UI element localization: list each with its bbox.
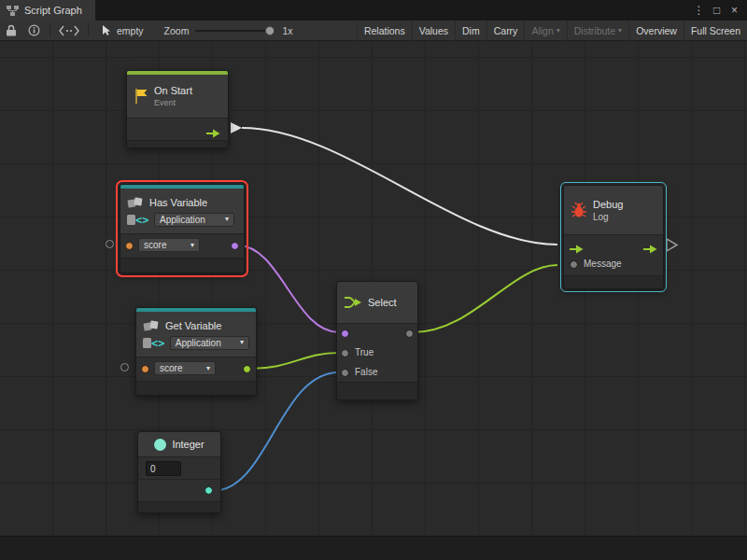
maximize-icon[interactable]: □ <box>709 0 725 21</box>
zoom-slider-knob[interactable] <box>265 26 275 35</box>
titlebar: Script Graph ⋮ □ × <box>0 0 747 21</box>
lock-icon[interactable] <box>0 21 22 41</box>
dim-button[interactable]: Dim <box>455 21 486 41</box>
graph-toolbar: empty Zoom 1x Relations Values Dim Carry… <box>0 21 747 41</box>
node-select[interactable]: Select True False <box>336 281 418 400</box>
relations-button[interactable]: Relations <box>357 21 412 41</box>
flow-continue-triangle[interactable] <box>667 239 677 251</box>
node-title: Select <box>368 297 397 308</box>
distribute-button[interactable]: Distribute▾ <box>567 21 628 41</box>
fullscreen-button[interactable]: Full Screen <box>684 21 747 41</box>
variable-name-input-port[interactable] <box>125 242 134 250</box>
menu-icon[interactable]: ⋮ <box>691 0 707 21</box>
node-get-variable[interactable]: Get Variable <> Application ▾ score ▾ <box>135 307 257 396</box>
chevron-down-icon: ▾ <box>618 27 622 35</box>
integer-value-field[interactable] <box>146 461 181 476</box>
carry-button[interactable]: Carry <box>486 21 525 41</box>
variable-name-input-port[interactable] <box>141 365 149 373</box>
variables-stack-icon <box>127 196 144 209</box>
graph-bounds-edge <box>0 536 747 560</box>
svg-text:<>: <> <box>151 337 164 349</box>
variable-scope-icon: <> <box>143 337 164 349</box>
scope-value: Application <box>176 338 221 348</box>
message-input-port[interactable] <box>570 260 578 269</box>
cursor-icon <box>101 24 112 36</box>
node-on-start[interactable]: On Start Event <box>126 70 229 148</box>
scope-dropdown[interactable]: Application ▾ <box>170 336 249 350</box>
scope-value: Application <box>160 215 205 225</box>
false-port-label: False <box>355 367 377 377</box>
flow-start-triangle[interactable] <box>231 122 242 133</box>
chevron-down-icon: ▾ <box>206 365 210 372</box>
variable-name-dropdown[interactable]: score ▾ <box>138 238 200 252</box>
tab-script-graph[interactable]: Script Graph <box>0 0 95 21</box>
node-debug-log[interactable]: Debug Log Message <box>563 185 664 289</box>
message-port-label: Message <box>584 259 622 269</box>
selection-mode-label: empty <box>117 25 144 36</box>
chevron-down-icon: ▾ <box>557 27 560 35</box>
svg-text:<>: <> <box>135 214 148 226</box>
chevron-down-icon: ▾ <box>190 242 194 249</box>
connections-icon[interactable] <box>55 21 83 41</box>
node-has-variable[interactable]: Has Variable <> Application ▾ score ▾ <box>120 184 245 273</box>
bug-icon <box>571 202 587 219</box>
chevron-down-icon: ▾ <box>240 339 244 346</box>
node-title: On Start <box>154 85 192 96</box>
node-subtitle: Event <box>154 98 192 107</box>
node-integer[interactable]: Integer <box>137 431 221 513</box>
toolbar-separator <box>88 24 89 36</box>
select-icon <box>344 295 362 310</box>
toolbar-separator <box>49 24 50 36</box>
node-title: Debug <box>593 199 623 210</box>
variable-scope-icon: <> <box>127 214 148 226</box>
align-button[interactable]: Align▾ <box>524 21 566 41</box>
unity-graph-window: Script Graph ⋮ □ × empty Zoom 1x <box>0 0 747 560</box>
wire-select-to-debuglog-message[interactable] <box>414 265 557 332</box>
flag-icon <box>134 88 148 105</box>
unconnected-port-ring[interactable] <box>106 240 114 248</box>
info-icon[interactable] <box>22 21 45 41</box>
node-title: Get Variable <box>165 320 221 331</box>
graph-canvas[interactable]: On Start Event Has Variable <box>0 41 747 560</box>
unconnected-port-ring[interactable] <box>120 363 129 371</box>
scope-dropdown[interactable]: Application ▾ <box>154 213 234 227</box>
wire-onstart-to-debuglog[interactable] <box>242 128 557 245</box>
value-output-port[interactable] <box>243 365 251 373</box>
variables-stack-icon <box>143 319 160 332</box>
flow-output-port[interactable] <box>206 125 220 142</box>
zoom-label: Zoom <box>164 25 190 36</box>
integer-icon <box>154 439 166 451</box>
zoom-value: 1x <box>282 25 292 36</box>
result-output-port[interactable] <box>231 242 239 250</box>
values-button[interactable]: Values <box>412 21 455 41</box>
variable-name-dropdown[interactable]: score ▾ <box>154 361 216 375</box>
integer-output-port[interactable] <box>204 486 213 495</box>
chevron-down-icon: ▾ <box>225 216 229 223</box>
true-port-label: True <box>355 347 374 357</box>
node-title: Integer <box>172 439 204 450</box>
zoom-slider[interactable] <box>195 30 275 32</box>
condition-input-port[interactable] <box>341 329 349 338</box>
node-title: Has Variable <box>149 197 207 208</box>
graph-icon <box>7 6 19 16</box>
variable-name-value: score <box>144 240 166 250</box>
overview-button[interactable]: Overview <box>628 21 684 41</box>
wire-getvariable-to-select-true[interactable] <box>250 353 339 369</box>
false-input-port[interactable] <box>341 369 349 377</box>
tab-title: Script Graph <box>24 5 82 16</box>
variable-name-value: score <box>160 363 182 373</box>
node-subtitle: Log <box>593 212 623 222</box>
close-icon[interactable]: × <box>726 0 742 21</box>
true-input-port[interactable] <box>341 349 349 357</box>
selection-output-port[interactable] <box>405 329 414 338</box>
